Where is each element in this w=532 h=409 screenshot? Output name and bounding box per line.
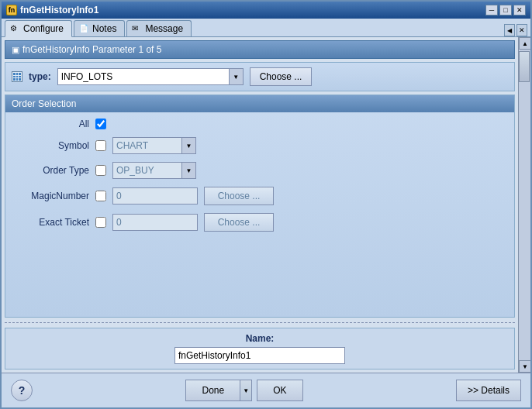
param-header-icon: ▣ xyxy=(12,45,19,55)
configure-tab-icon: ⚙ xyxy=(10,24,21,33)
type-select-arrow[interactable]: ▼ xyxy=(230,68,244,85)
footer-right: >> Details xyxy=(456,380,521,401)
done-dropdown-arrow[interactable]: ▼ xyxy=(240,380,252,401)
order-section: Order Selection All Symbol ▼ xyxy=(5,95,515,318)
symbol-input[interactable] xyxy=(112,137,182,154)
help-button[interactable]: ? xyxy=(11,380,33,401)
footer: ? Done ▼ OK >> Details xyxy=(2,373,530,407)
type-input[interactable] xyxy=(57,68,230,85)
tab-configure[interactable]: ⚙ Configure xyxy=(5,20,72,37)
exact-ticket-row: Exact Ticket Choose ... xyxy=(12,213,508,232)
exact-ticket-input[interactable] xyxy=(112,214,198,231)
scroll-down-button[interactable]: ▼ xyxy=(519,360,530,373)
type-grid-icon xyxy=(12,71,22,82)
name-section-label: Name: xyxy=(10,333,510,344)
scroll-thumb[interactable] xyxy=(519,51,530,82)
symbol-checkbox[interactable] xyxy=(95,140,106,151)
divider xyxy=(5,322,515,323)
title-bar: fn fnGetHistoryInfo1 ─ □ ✕ xyxy=(2,2,530,19)
tab-message-label: Message xyxy=(145,23,183,34)
symbol-label: Symbol xyxy=(12,140,89,151)
tab-controls: ◀ ✕ xyxy=(504,24,527,36)
ok-button[interactable]: OK xyxy=(257,380,302,401)
message-tab-icon: ✉ xyxy=(132,24,143,33)
type-choose-button[interactable]: Choose ... xyxy=(250,67,313,86)
magic-number-label: MagicNumber xyxy=(12,191,89,201)
title-bar-left: fn fnGetHistoryInfo1 xyxy=(6,5,98,15)
tab-notes-label: Notes xyxy=(92,23,116,34)
notes-tab-icon: 📄 xyxy=(79,24,90,33)
tab-close-button[interactable]: ✕ xyxy=(516,24,527,36)
window-title: fnGetHistoryInfo1 xyxy=(20,5,98,15)
scroll-up-button[interactable]: ▲ xyxy=(519,37,530,50)
tab-message[interactable]: ✉ Message xyxy=(126,20,192,36)
order-type-checkbox[interactable] xyxy=(95,165,106,176)
param-header: ▣ fnGetHistoryInfo Parameter 1 of 5 xyxy=(5,40,515,59)
main-window: fn fnGetHistoryInfo1 ─ □ ✕ ⚙ Configure 📄… xyxy=(0,0,532,409)
title-controls: ─ □ ✕ xyxy=(485,5,526,15)
type-label: type: xyxy=(29,71,51,82)
type-select-wrapper: ▼ xyxy=(57,68,244,85)
order-section-header: Order Selection xyxy=(5,95,514,112)
all-label: All xyxy=(12,119,89,129)
all-row: All xyxy=(12,119,508,129)
tab-configure-label: Configure xyxy=(23,23,64,34)
exact-ticket-choose-button[interactable]: Choose ... xyxy=(204,213,274,232)
details-button[interactable]: >> Details xyxy=(456,380,521,401)
close-window-button[interactable]: ✕ xyxy=(513,5,526,15)
content-area: ▣ fnGetHistoryInfo Parameter 1 of 5 type… xyxy=(2,37,530,373)
order-type-input[interactable] xyxy=(112,162,182,179)
order-section-body: All Symbol ▼ Order Type xyxy=(5,112,514,238)
magic-number-row: MagicNumber Choose ... xyxy=(12,187,508,205)
done-button[interactable]: Done xyxy=(185,380,240,401)
type-row: type: ▼ Choose ... xyxy=(5,62,515,91)
magic-number-choose-button[interactable]: Choose ... xyxy=(204,187,274,205)
maximize-button[interactable]: □ xyxy=(499,5,512,15)
order-type-select-wrapper: ▼ xyxy=(112,162,196,179)
scrollbar: ▲ ▼ xyxy=(518,37,530,373)
name-section: Name: xyxy=(5,328,515,369)
param-header-text: fnGetHistoryInfo Parameter 1 of 5 xyxy=(22,44,161,55)
symbol-select-wrapper: ▼ xyxy=(112,137,196,154)
order-type-select-arrow[interactable]: ▼ xyxy=(182,162,196,179)
tab-bar: ⚙ Configure 📄 Notes ✉ Message ◀ ✕ xyxy=(2,19,530,37)
magic-number-checkbox[interactable] xyxy=(95,191,106,201)
exact-ticket-checkbox[interactable] xyxy=(95,217,106,228)
scroll-track[interactable] xyxy=(519,50,530,360)
tab-scroll-arrow[interactable]: ◀ xyxy=(504,24,515,36)
footer-center: Done ▼ OK xyxy=(185,380,302,401)
exact-ticket-label: Exact Ticket xyxy=(12,217,89,228)
window-icon: fn xyxy=(6,5,17,15)
order-type-row: Order Type ▼ xyxy=(12,162,508,179)
footer-left: ? xyxy=(11,380,33,401)
minimize-button[interactable]: ─ xyxy=(485,5,498,15)
tab-notes[interactable]: 📄 Notes xyxy=(74,20,125,36)
magic-number-input[interactable] xyxy=(112,187,198,204)
symbol-select-arrow[interactable]: ▼ xyxy=(182,137,196,154)
symbol-row: Symbol ▼ xyxy=(12,137,508,154)
order-type-label: Order Type xyxy=(12,165,89,176)
main-panel: ▣ fnGetHistoryInfo Parameter 1 of 5 type… xyxy=(2,37,518,373)
all-checkbox[interactable] xyxy=(95,119,106,129)
name-input[interactable] xyxy=(174,347,345,364)
